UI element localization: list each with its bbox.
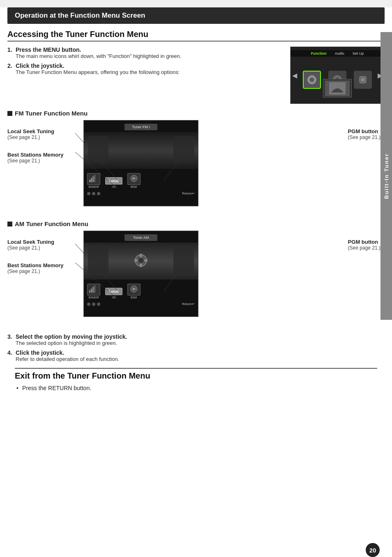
left-arrow-icon: ◀ bbox=[292, 72, 297, 79]
center-display-image bbox=[329, 82, 346, 95]
am-local-seek-label: Local Seek Tuning bbox=[7, 239, 64, 245]
fm-screen-buttons: ▼ BSMOff Local Off bbox=[84, 171, 198, 191]
am-btn-pgm-icon bbox=[127, 284, 141, 296]
fm-btn-local[interactable]: Local bbox=[105, 177, 122, 185]
fm-screen-title: Tuner FM I bbox=[125, 124, 157, 130]
am-btn-local[interactable]: Local bbox=[105, 288, 122, 295]
fm-screen-right-speaker bbox=[173, 136, 194, 163]
intro-row: 1. Press the MENU button. The main menu … bbox=[7, 46, 385, 104]
fm-btn-pgm-icon bbox=[127, 173, 141, 185]
svg-rect-10 bbox=[94, 175, 95, 182]
fm-left-labels: Local Seek Tuning (See page 21.) Best St… bbox=[7, 128, 64, 164]
svg-point-17 bbox=[138, 258, 143, 263]
am-label-bsm: Best Stations Memory (See page 21.) bbox=[7, 262, 64, 274]
fm-screen-bottom: Return↩ bbox=[84, 191, 198, 196]
svg-rect-20 bbox=[134, 259, 138, 262]
fm-pgm-button-page: (See page 21.) bbox=[348, 134, 380, 140]
am-btn-pgm-group: BSM bbox=[127, 284, 141, 299]
bsmoff-signal-icon: ▼ bbox=[89, 175, 98, 182]
am-dots bbox=[87, 303, 100, 306]
page-wrapper: Operation at the Function Menu Screen Ac… bbox=[0, 7, 392, 557]
am-dot-2 bbox=[92, 303, 95, 306]
am-diagram: Local Seek Tuning (See page 21.) Best St… bbox=[7, 231, 385, 325]
fm-local-seek-page: (See page 21.) bbox=[7, 134, 64, 140]
pgm-icon bbox=[129, 175, 138, 182]
svg-point-1 bbox=[310, 78, 314, 82]
fm-dots bbox=[87, 192, 100, 195]
step-1-number: 1. bbox=[7, 46, 16, 59]
intro-menu-bar: Function Audio Set Up bbox=[291, 50, 384, 57]
fm-btn-pgm-group: BSM bbox=[127, 173, 141, 188]
step-3-title: Select the option by moving the joystick… bbox=[16, 333, 385, 340]
intro-menu-setup: Set Up bbox=[353, 51, 364, 55]
am-screen-buttons: BSMOff Local Off bbox=[84, 281, 198, 301]
step-1-title: Press the MENU button. bbox=[16, 46, 286, 53]
svg-rect-9 bbox=[92, 176, 94, 182]
section2-container: Exit from the Tuner Function Menu Press … bbox=[15, 368, 377, 391]
intro-text: 1. Press the MENU button. The main menu … bbox=[7, 46, 290, 104]
section1-title: Accessing the Tuner Function Menu bbox=[7, 30, 385, 42]
am-pgm-button-page: (See page 21.) bbox=[348, 245, 380, 251]
fm-screen: Tuner FM I bbox=[83, 120, 198, 206]
step-4-content: Click the joystick. Refer to detailed op… bbox=[16, 349, 385, 362]
fm-heading: FM Tuner Function Menu bbox=[7, 110, 385, 117]
am-screen-image-area bbox=[84, 243, 198, 280]
am-screen-bottom: Return↩ bbox=[84, 301, 198, 307]
svg-rect-21 bbox=[144, 259, 148, 262]
am-heading-text: AM Tuner Function Menu bbox=[15, 220, 88, 227]
am-bsm-label: Best Stations Memory bbox=[7, 262, 64, 268]
am-pgm-button-label: PGM button bbox=[348, 239, 380, 245]
fm-label-local: Local Seek Tuning (See page 21.) bbox=[7, 128, 64, 140]
svg-rect-22 bbox=[89, 290, 90, 293]
fm-right-labels: PGM button (See page 21.) bbox=[348, 128, 380, 140]
fm-btn-local-group: Local Off bbox=[105, 177, 122, 188]
step-4: 4. Click the joystick. Refer to detailed… bbox=[7, 349, 385, 362]
fm-dot-2 bbox=[92, 192, 95, 195]
am-return-label: Return↩ bbox=[182, 302, 195, 306]
am-screen-left-ele bbox=[88, 247, 108, 273]
am-section: AM Tuner Function Menu Local Seek Tuning… bbox=[7, 220, 385, 325]
step-2-content: Click the joystick. The Tuner Function M… bbox=[16, 62, 286, 75]
step-3-body: The selected option is highlighted in gr… bbox=[16, 340, 385, 346]
am-bullet-icon bbox=[7, 222, 12, 226]
sidebar-built-in-tuner: Built-In Tuner bbox=[380, 32, 392, 320]
svg-rect-23 bbox=[91, 289, 92, 293]
function-svg-icon bbox=[306, 74, 318, 86]
gear-svg-icon bbox=[133, 252, 149, 269]
am-btn-bsm-label: BSM bbox=[131, 296, 137, 299]
step-3: 3. Select the option by moving the joyst… bbox=[7, 333, 385, 346]
center-display-inner bbox=[325, 81, 350, 96]
am-bsmoff-signal-icon bbox=[89, 285, 98, 293]
svg-rect-5 bbox=[361, 78, 364, 81]
fm-screen-left-speaker bbox=[88, 136, 108, 163]
step-1-body: The main menu icons whirl down, with "Fu… bbox=[16, 53, 286, 59]
am-label-local: Local Seek Tuning (See page 21.) bbox=[7, 239, 64, 251]
section2-title: Exit from the Tuner Function Menu bbox=[15, 371, 377, 381]
exit-instruction: Press the RETURN button. bbox=[15, 385, 377, 391]
step-3-content: Select the option by moving the joystick… bbox=[16, 333, 385, 346]
fm-bsm-label: Best Stations Memory bbox=[7, 152, 64, 158]
fm-return-label: Return↩ bbox=[182, 192, 195, 195]
fm-diagram: Local Seek Tuning (See page 21.) Best St… bbox=[7, 120, 385, 215]
am-pgm-icon bbox=[129, 285, 138, 293]
am-screen-center-gear bbox=[133, 252, 149, 270]
am-btn-bsmoff-group: BSMOff bbox=[87, 284, 100, 299]
exit-bullet-text: Press the RETURN button. bbox=[22, 385, 91, 391]
step-2: 2. Click the joystick. The Tuner Functio… bbox=[7, 62, 286, 75]
am-btn-bsmoff-label: BSMOff bbox=[89, 296, 99, 299]
fm-btn-bsm-label: BSM bbox=[131, 185, 137, 188]
am-heading: AM Tuner Function Menu bbox=[7, 220, 385, 227]
fm-btn-bsmoff-group: ▼ BSMOff bbox=[87, 173, 100, 188]
setup-icon bbox=[354, 71, 372, 89]
fm-btn-bsmoff-label: BSMOff bbox=[89, 185, 99, 188]
am-btn-bsmoff-icon bbox=[87, 284, 100, 296]
intro-menu-function: Function bbox=[311, 51, 327, 55]
fm-bullet-icon bbox=[7, 111, 12, 116]
fm-section: FM Tuner Function Menu Local Seek Tuning… bbox=[7, 110, 385, 215]
header-title: Operation at the Function Menu Screen bbox=[15, 12, 145, 19]
step-2-body: The Tuner Function Menu appears, offerin… bbox=[16, 69, 286, 75]
function-icon bbox=[303, 71, 321, 89]
svg-text:▼: ▼ bbox=[89, 180, 91, 182]
step-4-title: Click the joystick. bbox=[16, 349, 385, 356]
fm-bsm-page: (See page 21.) bbox=[7, 158, 64, 164]
